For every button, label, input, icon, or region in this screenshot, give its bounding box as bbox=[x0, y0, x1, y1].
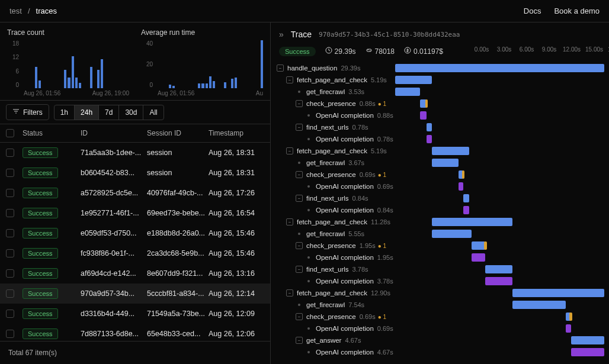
collapse-toggle-icon[interactable]: − bbox=[296, 242, 303, 249]
span-bar[interactable] bbox=[432, 159, 458, 167]
span-row[interactable]: get_firecrawl3.67s bbox=[277, 157, 604, 169]
table-row[interactable]: Success970a9d57-34b...5cccbf81-a834-...A… bbox=[0, 284, 270, 304]
span-bar[interactable] bbox=[420, 111, 427, 120]
span-row[interactable]: −handle_question29.39s bbox=[277, 62, 604, 74]
span-row[interactable]: −fetch_page_and_check11.28s bbox=[277, 216, 604, 228]
collapse-toggle-icon[interactable]: − bbox=[296, 266, 303, 273]
span-bar[interactable] bbox=[571, 336, 604, 344]
header-timestamp[interactable]: Timestamp bbox=[209, 129, 264, 137]
span-bar[interactable] bbox=[427, 123, 432, 131]
time-tab-1h[interactable]: 1h bbox=[54, 105, 75, 120]
chart-bar[interactable] bbox=[64, 70, 66, 89]
span-bar[interactable] bbox=[432, 230, 472, 238]
table-row[interactable]: Successe059df53-d750...e188db8d-26a0...A… bbox=[0, 223, 270, 243]
book-demo-link[interactable]: Book a demo bbox=[554, 7, 600, 15]
span-bar[interactable] bbox=[512, 289, 604, 297]
span-bar[interactable] bbox=[427, 135, 432, 143]
chart-bar[interactable] bbox=[224, 82, 226, 88]
chart-bar[interactable] bbox=[79, 83, 81, 88]
row-checkbox[interactable] bbox=[6, 149, 14, 157]
table-row[interactable]: Successd3316b4d-449...71549a5a-73be...Au… bbox=[0, 304, 270, 324]
span-row[interactable]: OpenAI completion4.67s bbox=[277, 346, 604, 358]
chart-bar[interactable] bbox=[172, 86, 175, 88]
collapse-toggle-icon[interactable]: − bbox=[296, 195, 303, 202]
row-checkbox[interactable] bbox=[6, 249, 14, 257]
span-bar[interactable] bbox=[463, 194, 469, 202]
collapse-toggle-icon[interactable]: − bbox=[296, 124, 303, 131]
chart-bar[interactable] bbox=[101, 59, 103, 89]
span-row[interactable]: −find_next_urls0.78s bbox=[277, 121, 604, 133]
span-bar[interactable] bbox=[395, 88, 420, 96]
row-checkbox[interactable] bbox=[6, 310, 14, 318]
row-checkbox[interactable] bbox=[6, 209, 14, 217]
table-row[interactable]: Successa5728925-dc5e...40976faf-49cb-...… bbox=[0, 183, 270, 203]
span-bar[interactable] bbox=[485, 277, 512, 285]
span-bar[interactable] bbox=[566, 324, 570, 333]
chart-bar[interactable] bbox=[169, 85, 171, 88]
chart-bar[interactable] bbox=[261, 40, 263, 88]
row-checkbox[interactable] bbox=[6, 289, 14, 298]
collapse-toggle-icon[interactable]: − bbox=[296, 313, 303, 320]
span-row[interactable]: OpenAI completion0.69s bbox=[277, 323, 604, 334]
span-row[interactable]: −fetch_page_and_check12.90s bbox=[277, 287, 604, 299]
collapse-icon[interactable]: » bbox=[279, 30, 284, 39]
span-row[interactable]: OpenAI completion0.69s bbox=[277, 181, 604, 192]
collapse-toggle-icon[interactable]: − bbox=[296, 171, 303, 178]
breadcrumb-current[interactable]: traces bbox=[36, 7, 57, 15]
span-row[interactable]: −find_next_urls0.84s bbox=[277, 192, 604, 204]
span-bar[interactable] bbox=[472, 253, 485, 262]
span-bar[interactable] bbox=[395, 76, 432, 84]
span-row[interactable]: −get_answer4.67s bbox=[277, 334, 604, 346]
chart-bar[interactable] bbox=[206, 83, 208, 88]
row-checkbox[interactable] bbox=[6, 189, 14, 197]
span-row[interactable]: get_firecrawl5.55s bbox=[277, 228, 604, 240]
collapse-toggle-icon[interactable]: − bbox=[277, 65, 284, 72]
chart-bar[interactable] bbox=[35, 67, 37, 88]
span-bar[interactable] bbox=[512, 301, 566, 309]
time-tab-30d[interactable]: 30d bbox=[118, 105, 143, 120]
chart-bar[interactable] bbox=[231, 79, 233, 88]
span-row[interactable]: −fetch_page_and_check5.19s bbox=[277, 145, 604, 157]
trace-tree[interactable]: −handle_question29.39s−fetch_page_and_ch… bbox=[271, 62, 609, 364]
span-row[interactable]: get_firecrawl3.53s bbox=[277, 86, 604, 98]
span-bar[interactable] bbox=[485, 265, 512, 273]
collapse-toggle-icon[interactable]: − bbox=[286, 218, 293, 226]
table-row[interactable]: Success71a5aa3b-1dee-...sessionAug 26, 1… bbox=[0, 143, 270, 163]
chart-bar[interactable] bbox=[75, 78, 78, 88]
time-tab-all[interactable]: All bbox=[143, 105, 164, 120]
chart-bar[interactable] bbox=[39, 80, 41, 89]
span-bar[interactable] bbox=[395, 64, 604, 72]
row-checkbox[interactable] bbox=[6, 229, 14, 237]
span-row[interactable]: OpenAI completion0.84s bbox=[277, 204, 604, 216]
row-checkbox[interactable] bbox=[6, 269, 14, 278]
chart-bar[interactable] bbox=[68, 78, 70, 88]
collapse-toggle-icon[interactable]: − bbox=[296, 337, 303, 344]
table-row[interactable]: Successb0604542-b83...sessionAug 26, 18:… bbox=[0, 163, 270, 183]
collapse-toggle-icon[interactable]: − bbox=[286, 76, 293, 83]
chart-bar[interactable] bbox=[198, 83, 200, 88]
table-row[interactable]: Success1e952771-46f1-...69eed73e-bebe...… bbox=[0, 203, 270, 223]
chart-bar[interactable] bbox=[90, 67, 92, 88]
span-bar[interactable] bbox=[571, 348, 604, 356]
row-checkbox[interactable] bbox=[6, 169, 14, 177]
chart-bar[interactable] bbox=[97, 70, 100, 89]
table-row[interactable]: Successaf69d4cd-e142...8e607dd9-f321...A… bbox=[0, 263, 270, 284]
header-status[interactable]: Status bbox=[23, 129, 81, 137]
docs-link[interactable]: Docs bbox=[524, 7, 541, 15]
chart-bar[interactable] bbox=[235, 78, 237, 88]
span-row[interactable]: get_firecrawl7.54s bbox=[277, 299, 604, 311]
span-row[interactable]: −fetch_page_and_check5.19s bbox=[277, 74, 604, 86]
span-row[interactable]: −check_presence0.69s● 1 bbox=[277, 311, 604, 323]
span-row[interactable]: OpenAI completion3.78s bbox=[277, 275, 604, 287]
span-row[interactable]: OpenAI completion1.95s bbox=[277, 252, 604, 263]
collapse-toggle-icon[interactable]: − bbox=[296, 100, 303, 107]
span-bar[interactable] bbox=[432, 218, 512, 226]
chart-bar[interactable] bbox=[72, 56, 74, 88]
header-id[interactable]: ID bbox=[81, 129, 147, 137]
table-row[interactable]: Success7d887133-6d8e...65e48b33-ced...Au… bbox=[0, 324, 270, 341]
span-row[interactable]: −check_presence0.88s● 1 bbox=[277, 98, 604, 109]
collapse-toggle-icon[interactable]: − bbox=[286, 147, 293, 154]
collapse-toggle-icon[interactable]: − bbox=[286, 289, 293, 297]
span-bar[interactable] bbox=[459, 182, 463, 191]
span-bar[interactable] bbox=[472, 241, 485, 250]
